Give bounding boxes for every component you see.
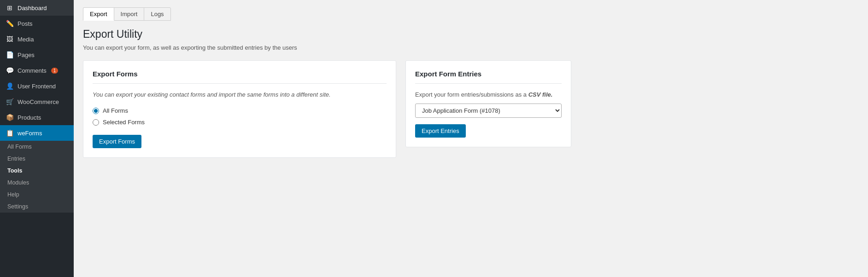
tab-import[interactable]: Import (114, 7, 145, 21)
tabs-row: Export Import Logs (83, 7, 859, 21)
export-entries-card: Export Form Entries Export your form ent… (405, 60, 571, 147)
export-forms-card-title: Export Forms (93, 70, 387, 84)
tab-logs[interactable]: Logs (144, 7, 170, 21)
form-select[interactable]: Job Application Form (#1078) (415, 104, 562, 118)
cards-row: Export Forms You can export your existin… (83, 60, 859, 158)
comments-badge: 1 (51, 68, 59, 74)
sidebar-item-posts[interactable]: ✏️ Posts (0, 16, 74, 31)
posts-icon: ✏️ (6, 19, 14, 28)
content-area: Export Import Logs Export Utility You ca… (74, 0, 868, 277)
sidebar-item-woocommerce[interactable]: 🛒 WooCommerce (0, 94, 74, 110)
sidebar-item-comments[interactable]: 💬 Comments 1 (0, 63, 74, 78)
radio-selected-forms[interactable]: Selected Forms (93, 119, 387, 126)
export-entries-button[interactable]: Export Entries (415, 124, 466, 138)
sidebar-item-tools[interactable]: Tools (0, 165, 74, 177)
export-forms-radio-group: All Forms Selected Forms (93, 107, 387, 126)
export-forms-button[interactable]: Export Forms (93, 135, 141, 148)
media-icon: 🖼 (6, 35, 14, 43)
export-forms-card: Export Forms You can export your existin… (83, 60, 396, 158)
weforms-icon: 📋 (6, 129, 14, 137)
weforms-submenu: All Forms Entries Tools Modules Help Set… (0, 141, 74, 213)
page-subtitle: You can export your form, as well as exp… (83, 44, 859, 51)
pages-icon: 📄 (6, 51, 14, 59)
tab-export[interactable]: Export (83, 7, 114, 21)
dashboard-icon: ⊞ (6, 4, 14, 12)
radio-selected-forms-label: Selected Forms (103, 119, 145, 126)
sidebar-item-user-frontend[interactable]: 👤 User Frontend (0, 78, 74, 94)
products-icon: 📦 (6, 113, 14, 121)
sidebar-item-products[interactable]: 📦 Products (0, 110, 74, 125)
export-forms-description: You can export your existing contact for… (93, 91, 387, 98)
radio-all-forms-label: All Forms (103, 107, 128, 114)
page-title: Export Utility (83, 28, 859, 40)
sidebar-item-help[interactable]: Help (0, 189, 74, 201)
user-frontend-icon: 👤 (6, 82, 14, 90)
sidebar-item-weforms[interactable]: 📋 weForms (0, 125, 74, 141)
sidebar-item-media[interactable]: 🖼 Media (0, 31, 74, 47)
export-entries-card-title: Export Form Entries (415, 70, 562, 84)
radio-all-forms-input[interactable] (93, 108, 99, 114)
sidebar-item-all-forms[interactable]: All Forms (0, 141, 74, 153)
main-content: Export Import Logs Export Utility You ca… (74, 0, 868, 277)
sidebar-item-settings[interactable]: Settings (0, 201, 74, 213)
sidebar-item-modules[interactable]: Modules (0, 177, 74, 189)
export-entries-description: Export your form entries/submissions as … (415, 91, 562, 98)
radio-selected-forms-input[interactable] (93, 119, 99, 126)
sidebar-item-pages[interactable]: 📄 Pages (0, 47, 74, 63)
comments-icon: 💬 (6, 66, 14, 75)
sidebar-item-dashboard[interactable]: ⊞ Dashboard (0, 0, 74, 16)
woocommerce-icon: 🛒 (6, 98, 14, 106)
sidebar: ⊞ Dashboard ✏️ Posts 🖼 Media 📄 Pages 💬 C… (0, 0, 74, 277)
radio-all-forms[interactable]: All Forms (93, 107, 387, 114)
sidebar-item-entries[interactable]: Entries (0, 153, 74, 165)
